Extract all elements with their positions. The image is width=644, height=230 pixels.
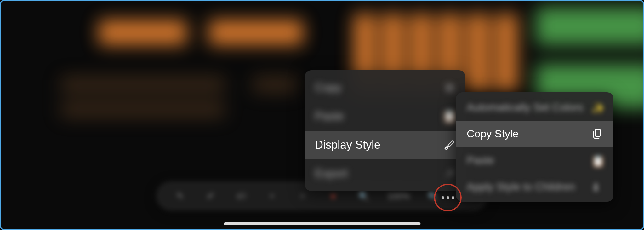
wand-icon: ✨ bbox=[591, 102, 603, 113]
more-button[interactable] bbox=[439, 189, 457, 206]
menu-item-label: Copy bbox=[315, 81, 341, 94]
copy-document-icon bbox=[591, 128, 603, 140]
zoom-level-label[interactable]: 100% bbox=[387, 191, 410, 201]
menu-item-label: Display Style bbox=[315, 138, 380, 152]
eyedropper-icon[interactable]: ✎ bbox=[173, 189, 187, 203]
submenu-item-paste[interactable]: Paste 📋 bbox=[456, 147, 613, 174]
menu-item-paste[interactable]: Paste 📋 bbox=[305, 102, 465, 131]
menu-item-label: Paste bbox=[315, 110, 344, 123]
apply-icon: ⬇ bbox=[591, 181, 603, 193]
submenu-item-label: Copy Style bbox=[467, 128, 518, 140]
menu-item-label: Export bbox=[315, 167, 348, 180]
tag-icon[interactable]: 🏷 bbox=[234, 189, 248, 203]
menu-item-copy[interactable]: Copy ⧉ bbox=[305, 73, 465, 102]
context-menu-submenu: Automatically Set Colors ✨ Copy Style Pa… bbox=[456, 92, 613, 202]
submenu-item-copy-style[interactable]: Copy Style bbox=[456, 121, 613, 147]
paste-icon: 📋 bbox=[591, 155, 603, 166]
submenu-item-label: Apply Style to Children bbox=[467, 181, 575, 193]
plus-icon[interactable]: + bbox=[265, 189, 279, 203]
submenu-item-auto-colors[interactable]: Automatically Set Colors ✨ bbox=[456, 94, 613, 121]
home-indicator[interactable] bbox=[224, 222, 420, 225]
menu-item-display-style[interactable]: Display Style bbox=[305, 131, 465, 159]
submenu-item-apply-children[interactable]: Apply Style to Children ⬇ bbox=[456, 174, 613, 200]
more-button-highlight-circle bbox=[434, 184, 462, 211]
submenu-item-label: Paste bbox=[467, 154, 494, 166]
paint-brush-icon bbox=[444, 139, 455, 151]
ellipsis-icon bbox=[442, 196, 454, 199]
copy-icon: ⧉ bbox=[444, 82, 455, 93]
plus-alt-icon[interactable]: + bbox=[295, 189, 310, 203]
submenu-item-label: Automatically Set Colors bbox=[467, 101, 583, 113]
svg-rect-0 bbox=[595, 129, 601, 136]
export-icon: ↗ bbox=[444, 168, 455, 179]
pencil-icon[interactable]: ✐ bbox=[203, 189, 218, 203]
paste-icon: 📋 bbox=[444, 111, 455, 122]
menu-item-export[interactable]: Export ↗ bbox=[305, 159, 465, 188]
context-menu-primary: Copy ⧉ Paste 📋 Display Style Export ↗ bbox=[305, 70, 465, 191]
